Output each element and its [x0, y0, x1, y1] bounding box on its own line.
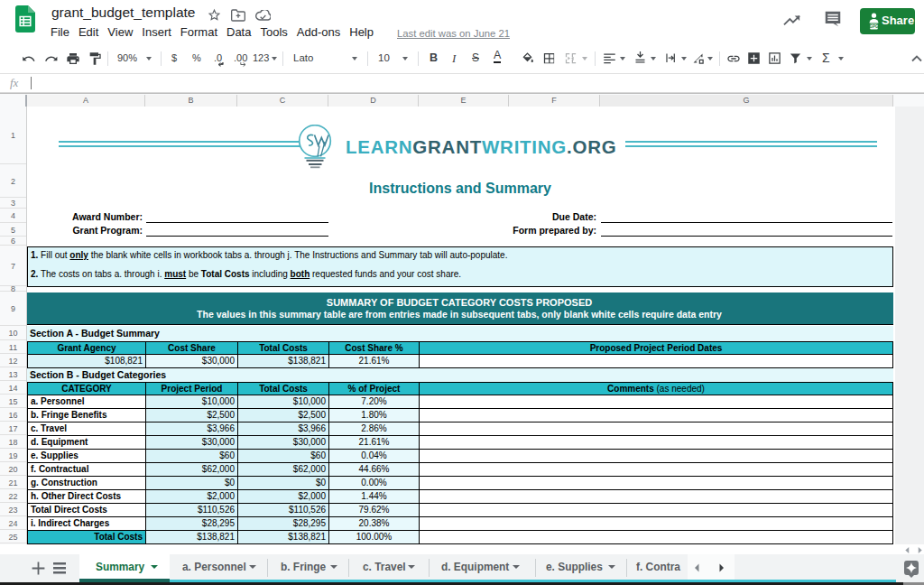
svg-text:GPG: GPG [869, 24, 879, 29]
